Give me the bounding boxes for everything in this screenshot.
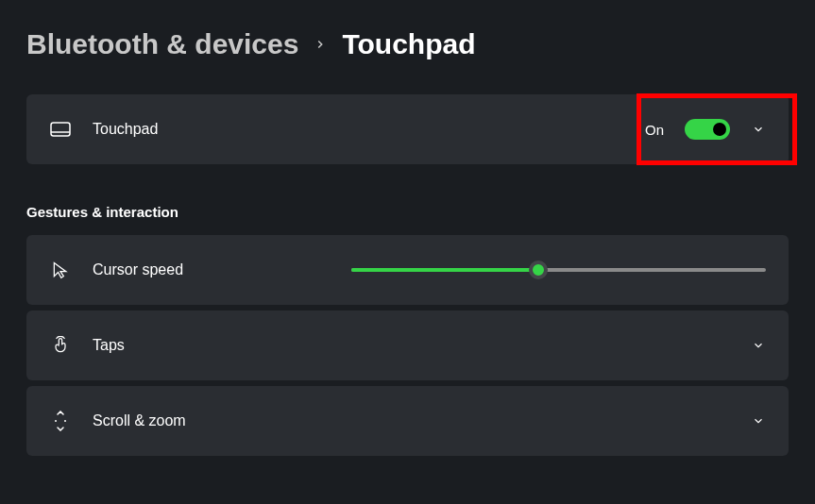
scroll-zoom-row[interactable]: Scroll & zoom [26, 386, 789, 456]
slider-thumb[interactable] [529, 260, 548, 279]
touchpad-row[interactable]: Touchpad On [26, 94, 789, 164]
svg-point-3 [64, 420, 66, 422]
chevron-down-icon[interactable] [751, 122, 766, 137]
cursor-speed-row: Cursor speed [26, 235, 789, 305]
taps-row[interactable]: Taps [26, 311, 789, 380]
svg-point-2 [55, 420, 57, 422]
touchpad-label: Touchpad [93, 121, 645, 138]
chevron-down-icon[interactable] [751, 338, 766, 353]
breadcrumb: Bluetooth & devices Touchpad [26, 28, 789, 60]
taps-label: Taps [93, 337, 751, 354]
slider-fill [351, 268, 537, 272]
chevron-right-icon [314, 32, 327, 57]
svg-rect-0 [51, 123, 70, 136]
cursor-speed-slider[interactable] [351, 268, 766, 272]
section-heading-gestures: Gestures & interaction [26, 204, 789, 220]
chevron-down-icon[interactable] [751, 413, 766, 428]
breadcrumb-current: Touchpad [342, 28, 475, 60]
tap-icon [49, 334, 72, 357]
scroll-zoom-icon [49, 410, 72, 432]
breadcrumb-parent[interactable]: Bluetooth & devices [26, 28, 298, 60]
touchpad-state-label: On [645, 122, 664, 138]
cursor-icon [49, 259, 72, 281]
toggle-knob [713, 123, 726, 136]
touchpad-icon [49, 118, 72, 141]
scroll-zoom-label: Scroll & zoom [93, 412, 751, 429]
touchpad-toggle[interactable] [685, 119, 730, 140]
cursor-speed-label: Cursor speed [93, 261, 351, 278]
